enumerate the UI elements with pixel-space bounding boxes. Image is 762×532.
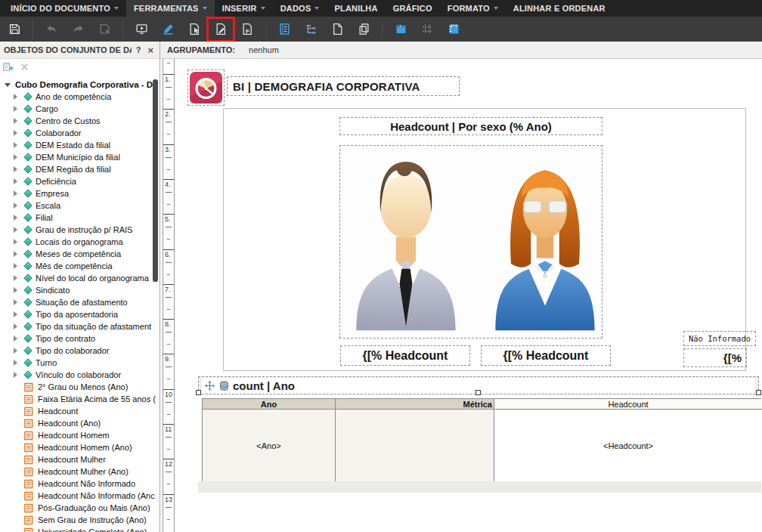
expand-arrow-icon[interactable] bbox=[14, 251, 17, 257]
toolbar-save-as-button[interactable] bbox=[93, 20, 116, 39]
grid-header-headcount[interactable]: Headcount bbox=[494, 399, 762, 410]
toolbar-panel-button[interactable] bbox=[389, 20, 412, 39]
grid-header-ano[interactable]: Ano bbox=[203, 399, 336, 410]
tree-item-attribute[interactable]: Sindicato bbox=[0, 284, 160, 296]
tree-item-attribute[interactable]: DEM Região da filial bbox=[0, 163, 160, 175]
tree-item-metric[interactable]: Headcount Mulher bbox=[0, 453, 160, 466]
tree-scrollbar[interactable] bbox=[153, 79, 158, 282]
tree-item-attribute[interactable]: Mês de competência bbox=[0, 260, 160, 272]
toolbar-page-edit-button[interactable] bbox=[209, 20, 232, 39]
toolbar-copy-button[interactable] bbox=[352, 20, 375, 39]
tree-item-attribute[interactable]: Meses de competência bbox=[0, 248, 160, 260]
toolbar-save-button[interactable] bbox=[3, 20, 26, 39]
expand-arrow-icon[interactable] bbox=[14, 323, 17, 329]
expand-arrow-icon[interactable] bbox=[14, 154, 17, 160]
tree-item-attribute[interactable]: DEM Estado da filial bbox=[0, 139, 160, 151]
close-icon[interactable]: × bbox=[145, 45, 156, 56]
expand-arrow-icon[interactable] bbox=[14, 239, 17, 245]
selection-handle[interactable] bbox=[475, 390, 481, 395]
logo-image[interactable] bbox=[187, 70, 225, 106]
menu-item-dados[interactable]: DADOS bbox=[273, 0, 327, 17]
expand-arrow-icon[interactable] bbox=[14, 215, 17, 221]
tree-item-metric[interactable]: Headcount bbox=[0, 405, 160, 417]
toolbar-panel-ruler-button[interactable] bbox=[442, 20, 465, 39]
tree-item-metric[interactable]: Headcount Não Informado bbox=[0, 478, 160, 490]
tree-item-attribute[interactable]: Tipo de contrato bbox=[0, 332, 160, 345]
toolbar-page-function-button[interactable]: F bbox=[236, 20, 259, 39]
toolbar-design-pencil-button[interactable] bbox=[156, 20, 179, 39]
expand-arrow-icon[interactable] bbox=[14, 263, 17, 269]
tree-item-metric[interactable]: Headcount Homem bbox=[0, 429, 160, 441]
expand-arrow-icon[interactable] bbox=[14, 311, 17, 317]
grid-header-metrica[interactable]: Métrica bbox=[336, 399, 494, 410]
document-title-textbox[interactable]: BI | DEMOGRAFIA CORPORATIVA bbox=[227, 76, 460, 96]
tree-item-attribute[interactable]: Tipo da situação de afastament bbox=[0, 320, 160, 332]
menu-item-planilha[interactable]: PLANILHA bbox=[327, 0, 385, 17]
grid-cell-headcount[interactable]: <Headcount> bbox=[494, 410, 762, 482]
tree-item-metric[interactable]: Headcount Mulher (Ano) bbox=[0, 466, 160, 478]
male-headcount-textbox[interactable]: {[% Headcount bbox=[340, 345, 470, 366]
tree-item-attribute[interactable]: Situação de afastamento bbox=[0, 296, 160, 308]
expand-arrow-icon[interactable] bbox=[14, 348, 17, 354]
tree-item-metric[interactable]: Universidade Completa (Ano) bbox=[0, 526, 160, 532]
tree-item-metric[interactable]: Headcount Homem (Ano) bbox=[0, 441, 160, 453]
menu-item-ferramentas[interactable]: FERRAMENTAS bbox=[126, 0, 215, 17]
toolbar-redo-button[interactable] bbox=[67, 20, 89, 39]
tree-root-item[interactable]: Cubo Demografia Corporativa - D bbox=[0, 79, 160, 91]
menu-item-inserir[interactable]: INSERIR bbox=[215, 0, 273, 17]
expand-arrow-icon[interactable] bbox=[14, 178, 17, 184]
tree-item-metric[interactable]: Headcount (Ano) bbox=[0, 417, 160, 429]
grid-cell-ano[interactable]: <Ano> bbox=[203, 410, 336, 482]
tree-item-attribute[interactable]: Tipo do colaborador bbox=[0, 345, 160, 357]
tree-item-attribute[interactable]: Colaborador bbox=[0, 127, 160, 139]
menu-item-alinhar-e-ordenar[interactable]: ALINHAR E ORDENAR bbox=[506, 0, 613, 17]
tree-item-metric[interactable]: Faixa Etária Acima de 55 anos ( bbox=[0, 393, 160, 405]
tree-item-attribute[interactable]: Deficiência bbox=[0, 175, 160, 187]
tree-item-attribute[interactable]: Tipo da aposentadoria bbox=[0, 308, 160, 320]
toolbar-outline-button[interactable] bbox=[299, 20, 322, 39]
expand-arrow-icon[interactable] bbox=[14, 372, 17, 378]
expand-arrow-icon[interactable] bbox=[14, 287, 17, 293]
grouping-value[interactable]: nenhum bbox=[249, 45, 279, 54]
add-dataset-icon[interactable] bbox=[2, 61, 14, 76]
expand-arrow-icon[interactable] bbox=[14, 130, 17, 136]
toolbar-page-button[interactable] bbox=[326, 20, 348, 39]
expand-arrow-icon[interactable] bbox=[14, 118, 17, 124]
female-avatar-image[interactable] bbox=[488, 148, 602, 336]
tree-item-attribute[interactable]: Nível do local do organograma bbox=[0, 272, 160, 284]
tree-item-metric[interactable]: Headcount Não Informado (Anc bbox=[0, 490, 160, 502]
expand-arrow-icon[interactable] bbox=[14, 166, 17, 172]
tree-item-metric[interactable]: 2° Grau ou Menos (Ano) bbox=[0, 381, 160, 393]
tree-item-metric[interactable]: Pós-Graduação ou Mais (Ano) bbox=[0, 502, 160, 514]
toolbar-undo-button[interactable] bbox=[40, 20, 63, 39]
female-headcount-textbox[interactable]: {[% Headcount bbox=[481, 345, 611, 366]
tree-item-attribute[interactable]: Escala bbox=[0, 200, 160, 212]
tree-item-attribute[interactable]: DEM Município da filial bbox=[0, 151, 160, 163]
expand-arrow-icon[interactable] bbox=[14, 142, 17, 148]
not-informed-value-textbox[interactable]: {[% bbox=[683, 348, 747, 367]
tree-item-attribute[interactable]: Centro de Custos bbox=[0, 115, 160, 127]
expand-arrow-icon[interactable] bbox=[5, 83, 11, 87]
tree-item-attribute[interactable]: Locais do organograma bbox=[0, 236, 160, 248]
expand-arrow-icon[interactable] bbox=[14, 360, 17, 366]
tree-item-attribute[interactable]: Empresa bbox=[0, 187, 160, 200]
expand-arrow-icon[interactable] bbox=[14, 94, 17, 100]
menu-item-grafico[interactable]: GRÁFICO bbox=[386, 0, 440, 17]
menu-item-inicio-do-documento[interactable]: INÍCIO DO DOCUMENTO bbox=[3, 0, 126, 17]
toolbar-grid-settings-button[interactable] bbox=[416, 20, 438, 39]
tree-item-attribute[interactable]: Cargo bbox=[0, 103, 160, 115]
toolbar-notebook-button[interactable] bbox=[273, 20, 296, 39]
expand-arrow-icon[interactable] bbox=[14, 227, 17, 233]
tree-item-attribute[interactable]: Turno bbox=[0, 357, 160, 369]
menu-item-formato[interactable]: FORMATO bbox=[440, 0, 506, 17]
tree-item-attribute[interactable]: Ano de competência bbox=[0, 91, 160, 103]
grid-cell-metrica[interactable] bbox=[336, 410, 494, 482]
expand-arrow-icon[interactable] bbox=[14, 106, 17, 112]
help-icon[interactable]: ? bbox=[132, 45, 146, 54]
male-avatar-image[interactable] bbox=[349, 148, 463, 336]
toolbar-page-cursor-button[interactable] bbox=[183, 20, 206, 39]
expand-arrow-icon[interactable] bbox=[14, 203, 17, 209]
not-informed-label[interactable]: Não Informado bbox=[683, 331, 756, 346]
headcount-panel-title[interactable]: Headcount | Por sexo (% Ano) bbox=[339, 117, 602, 135]
expand-arrow-icon[interactable] bbox=[14, 190, 17, 196]
